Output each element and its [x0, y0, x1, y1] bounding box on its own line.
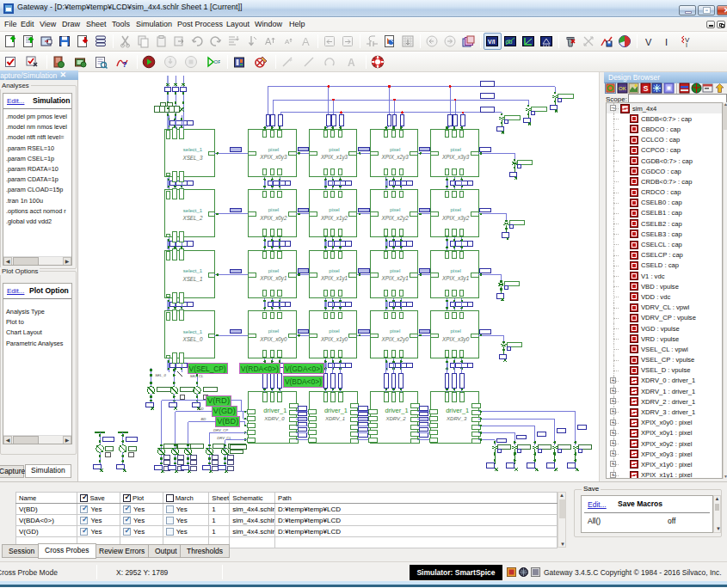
svg-text:A: A — [302, 35, 310, 48]
svg-text:XPIX_x1y2: XPIX_x1y2 — [320, 215, 348, 222]
svg-text:select_1: select_1 — [183, 268, 203, 273]
svg-text:SEL_CL: SEL_CL — [190, 374, 204, 378]
svg-text:GD: GD — [198, 407, 203, 411]
svg-text:pixel: pixel — [329, 268, 339, 273]
svg-text:V(SEL_CP): V(SEL_CP) — [189, 364, 226, 373]
svg-text:XPIX_x1y0: XPIX_x1y0 — [320, 336, 348, 343]
svg-text:driver_1: driver_1 — [385, 407, 409, 414]
svg-text:XPIX_x1y1: XPIX_x1y1 — [320, 275, 348, 282]
svg-text:XPIX_x3y0: XPIX_x3y0 — [441, 336, 470, 343]
svg-text:A: A — [265, 36, 272, 46]
svg-text:XSEL_0: XSEL_0 — [182, 336, 203, 342]
svg-text:pixel: pixel — [268, 147, 279, 152]
svg-text:OP: OP — [213, 59, 220, 64]
svg-text:V(RDA<0>): V(RDA<0>) — [241, 364, 279, 373]
svg-text:XPIX_x3y2: XPIX_x3y2 — [441, 215, 470, 222]
svg-text:driver_1: driver_1 — [324, 407, 348, 414]
svg-text:pixel: pixel — [451, 147, 461, 152]
svg-text:driver_1: driver_1 — [263, 407, 286, 414]
svg-text:XDRV_2: XDRV_2 — [385, 416, 406, 421]
svg-text:pixel: pixel — [451, 207, 461, 212]
svg-text:XPIX_x3y1: XPIX_x3y1 — [441, 275, 469, 282]
svg-text:pixel: pixel — [329, 147, 339, 152]
svg-text:driver_1: driver_1 — [446, 407, 469, 414]
svg-text:?: ? — [122, 60, 127, 69]
svg-text:XPIX_x0y0: XPIX_x0y0 — [259, 336, 287, 343]
svg-text:V(BD): V(BD) — [217, 417, 238, 426]
svg-text:pixel: pixel — [390, 268, 400, 273]
svg-text:XPIX_x0y2: XPIX_x0y2 — [259, 215, 287, 222]
svg-text:XPIX_x0y1: XPIX_x0y1 — [259, 275, 286, 282]
svg-text:XSEL_1: XSEL_1 — [182, 276, 202, 282]
svg-text:XPIX_x0y3: XPIX_x0y3 — [259, 154, 287, 161]
svg-text:V(GDA<0>): V(GDA<0>) — [285, 364, 323, 373]
svg-text:OK: OK — [619, 86, 626, 91]
svg-text:S: S — [643, 84, 648, 93]
svg-text:DRV_CP: DRV_CP — [213, 428, 228, 432]
svg-text:XPIX_x2y3: XPIX_x2y3 — [381, 154, 410, 161]
svg-text:select_1: select_1 — [183, 208, 203, 213]
svg-text:pixel: pixel — [451, 268, 461, 273]
svg-text:pixel: pixel — [268, 328, 279, 334]
svg-text:XPIX_x1y3: XPIX_x1y3 — [320, 154, 348, 161]
svg-text:pixel: pixel — [451, 328, 461, 334]
svg-text:BD: BD — [201, 417, 206, 421]
svg-text:SEL_0: SEL_0 — [155, 373, 166, 377]
svg-text:pixel: pixel — [329, 328, 339, 334]
svg-text:select_1: select_1 — [183, 329, 203, 334]
svg-text:XDRV_1: XDRV_1 — [324, 416, 345, 421]
svg-text:XPIX_x3y3: XPIX_x3y3 — [441, 154, 470, 161]
svg-text:XPIX_x2y1: XPIX_x2y1 — [381, 275, 409, 282]
svg-text:select_1: select_1 — [183, 147, 203, 152]
svg-text:pixel: pixel — [390, 207, 400, 212]
svg-text:V(GD): V(GD) — [213, 407, 236, 415]
svg-text:XPIX_x2y0: XPIX_x2y0 — [381, 336, 410, 343]
svg-text:XDRV_3: XDRV_3 — [446, 416, 467, 421]
svg-text:pixel: pixel — [268, 268, 279, 273]
svg-text:XSEL_2: XSEL_2 — [182, 215, 203, 221]
svg-text:V/I: V/I — [488, 39, 496, 45]
svg-text:V: V — [645, 36, 652, 46]
svg-text:pixel: pixel — [268, 207, 279, 212]
svg-text:XPIX_x2y2: XPIX_x2y2 — [381, 215, 410, 222]
svg-text:V(RD): V(RD) — [207, 396, 230, 405]
svg-text:A: A — [285, 38, 290, 46]
svg-text:XDRV_0: XDRV_0 — [263, 416, 285, 421]
svg-text:pixel: pixel — [390, 147, 400, 152]
svg-text:V(BDA<0>): V(BDA<0>) — [285, 377, 322, 386]
svg-text:pixel: pixel — [390, 328, 400, 334]
svg-text:I: I — [686, 41, 687, 47]
svg-text:A: A — [348, 57, 355, 69]
svg-text:I: I — [665, 36, 668, 46]
svg-text:pixel: pixel — [329, 207, 339, 212]
svg-text:XSEL_3: XSEL_3 — [182, 155, 203, 161]
